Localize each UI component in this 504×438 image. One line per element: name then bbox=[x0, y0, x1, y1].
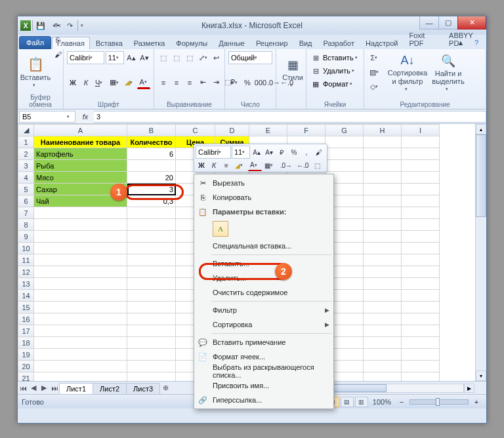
sort-filter-button[interactable]: A↓ Сортировка и фильтр▾ bbox=[387, 51, 428, 94]
cell[interactable] bbox=[402, 302, 440, 313]
tab-review[interactable]: Рецензир bbox=[251, 37, 293, 49]
cell[interactable] bbox=[34, 349, 127, 361]
cell[interactable] bbox=[364, 372, 402, 382]
cell[interactable] bbox=[364, 337, 402, 349]
row-header[interactable]: 4 bbox=[18, 172, 34, 184]
help-icon[interactable]: ? bbox=[471, 36, 482, 49]
row-header[interactable]: 6 bbox=[18, 195, 34, 207]
mini-italic-icon[interactable]: К bbox=[208, 159, 220, 171]
orientation-icon[interactable]: ⤢▾ bbox=[197, 51, 209, 64]
cell[interactable]: Мясо bbox=[34, 172, 127, 184]
align-top-icon[interactable]: ⬚ bbox=[158, 51, 169, 64]
cell[interactable] bbox=[34, 302, 127, 313]
bold-icon[interactable]: Ж bbox=[67, 76, 79, 89]
cell[interactable] bbox=[127, 160, 176, 172]
cell[interactable] bbox=[127, 207, 176, 219]
cell[interactable] bbox=[34, 278, 127, 290]
cell[interactable] bbox=[402, 337, 440, 349]
new-sheet-icon[interactable]: ⊕ bbox=[160, 383, 171, 393]
cell[interactable] bbox=[127, 243, 176, 254]
cell[interactable] bbox=[127, 313, 176, 325]
borders-icon[interactable]: ▦▾ bbox=[108, 76, 122, 89]
cell[interactable] bbox=[364, 313, 402, 325]
cell[interactable] bbox=[326, 160, 364, 172]
font-color-icon[interactable]: A▾ bbox=[137, 76, 150, 89]
cell[interactable] bbox=[34, 337, 127, 349]
cell[interactable]: 0,3 bbox=[127, 195, 176, 207]
col-header-D[interactable]: D bbox=[215, 125, 249, 136]
row-header[interactable]: 3 bbox=[18, 160, 34, 172]
mini-grow-font-icon[interactable]: A▴ bbox=[251, 146, 262, 158]
cell[interactable] bbox=[34, 219, 127, 231]
qat-customize[interactable]: ▾ bbox=[79, 19, 85, 32]
col-header-B[interactable]: B bbox=[127, 125, 176, 136]
row-header[interactable]: 14 bbox=[18, 290, 34, 302]
cell[interactable] bbox=[402, 207, 440, 219]
cell[interactable]: 6 bbox=[127, 148, 176, 160]
cell[interactable] bbox=[364, 325, 402, 337]
cells-format-icon[interactable]: ▦ bbox=[310, 77, 322, 90]
ctx-format[interactable]: 📄Формат ячеек... bbox=[194, 349, 333, 364]
cell[interactable] bbox=[326, 136, 364, 148]
ribbon-minimize-icon[interactable]: ▲ bbox=[455, 36, 467, 49]
cell[interactable] bbox=[127, 325, 176, 337]
row-header[interactable]: 10 bbox=[18, 243, 34, 254]
cell[interactable] bbox=[402, 148, 440, 160]
comma-icon[interactable]: 000 bbox=[255, 76, 266, 89]
wrap-text-icon[interactable]: ↩ bbox=[210, 51, 222, 64]
ctx-clear[interactable]: Очистить содержимое bbox=[194, 285, 333, 300]
col-header-I[interactable]: I bbox=[402, 125, 440, 136]
cell[interactable] bbox=[402, 254, 440, 266]
cells-insert-icon[interactable]: ⊞ bbox=[310, 51, 322, 64]
name-box[interactable]: B5▾ bbox=[19, 111, 75, 123]
tab-data[interactable]: Данные bbox=[213, 37, 250, 49]
cell[interactable] bbox=[364, 278, 402, 290]
cell[interactable] bbox=[127, 254, 176, 266]
mini-percent-icon[interactable]: % bbox=[288, 146, 300, 158]
cell[interactable] bbox=[402, 219, 440, 231]
select-all[interactable]: ◢ bbox=[18, 125, 34, 136]
ctx-filter[interactable]: Фильтр▶ bbox=[194, 303, 333, 317]
cut-icon[interactable]: ✂ bbox=[52, 19, 64, 32]
col-header-F[interactable]: F bbox=[287, 125, 326, 136]
format-painter-icon[interactable]: 🖌 bbox=[52, 48, 64, 61]
mini-inc-dec-icon[interactable]: .0→ bbox=[278, 159, 294, 171]
mini-format-painter-icon[interactable]: 🖌 bbox=[313, 146, 325, 158]
cell[interactable] bbox=[402, 278, 440, 290]
row-header[interactable]: 2 bbox=[18, 148, 34, 160]
row-header[interactable]: 19 bbox=[18, 349, 34, 361]
clear-icon[interactable]: ◇▾ bbox=[368, 80, 383, 93]
font-name-combo[interactable]: Calibri▾ bbox=[67, 51, 104, 64]
zoom-slider[interactable] bbox=[410, 399, 469, 405]
cell[interactable] bbox=[127, 266, 176, 278]
ctx-cut[interactable]: ✂Вырезать bbox=[194, 176, 333, 190]
ctx-insert[interactable]: Вставить... bbox=[194, 256, 333, 271]
tab-foxit[interactable]: Foxit PDF bbox=[404, 29, 443, 49]
row-header[interactable]: 5 bbox=[18, 184, 34, 195]
tab-view[interactable]: Вид bbox=[294, 37, 318, 49]
italic-icon[interactable]: К bbox=[80, 76, 92, 89]
cell[interactable] bbox=[34, 243, 127, 254]
cell[interactable] bbox=[364, 349, 402, 361]
cell[interactable] bbox=[34, 325, 127, 337]
cell[interactable] bbox=[326, 148, 364, 160]
currency-icon[interactable]: ₽▾ bbox=[228, 76, 240, 89]
cell[interactable] bbox=[364, 254, 402, 266]
ctx-sort[interactable]: Сортировка▶ bbox=[194, 317, 333, 332]
cell[interactable] bbox=[402, 372, 440, 382]
cell[interactable] bbox=[364, 219, 402, 231]
tab-addins[interactable]: Надстрой bbox=[360, 37, 403, 49]
cell[interactable] bbox=[127, 278, 176, 290]
cell[interactable] bbox=[402, 243, 440, 254]
fill-color-icon[interactable]: ◢▾ bbox=[123, 76, 136, 89]
cell[interactable] bbox=[34, 290, 127, 302]
tab-developer[interactable]: Разработ bbox=[318, 37, 360, 49]
sheet-tab-3[interactable]: Лист3 bbox=[126, 383, 160, 394]
cell[interactable] bbox=[364, 207, 402, 219]
zoom-out-icon[interactable]: − bbox=[396, 395, 408, 408]
align-middle-icon[interactable]: ⬚ bbox=[171, 51, 182, 64]
col-header-G[interactable]: G bbox=[326, 125, 364, 136]
sheet-tab-1[interactable]: Лист1 bbox=[59, 383, 93, 394]
row-header[interactable]: 11 bbox=[18, 254, 34, 266]
cell[interactable] bbox=[34, 361, 127, 372]
